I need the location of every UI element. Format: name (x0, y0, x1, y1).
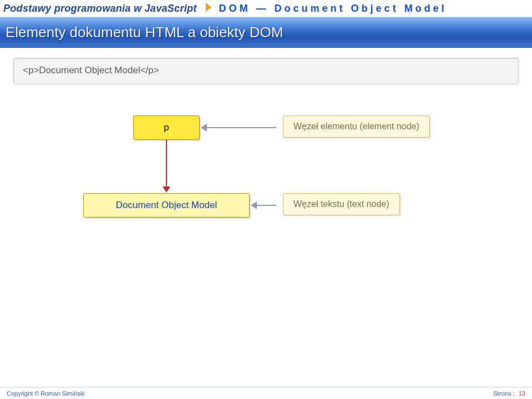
arrow-left-icon (251, 201, 257, 209)
connector-horizontal-2 (256, 205, 276, 206)
label-text-node: Węzeł tekstu (text node) (283, 193, 400, 215)
node-text-content: Document Object Model (83, 193, 250, 218)
banner: Elementy dokumentu HTML a obiekty DOM (0, 17, 532, 48)
svg-marker-0 (206, 3, 211, 12)
copyright-text: Copyright © Roman Simiński (7, 390, 85, 397)
arrow-left-icon (201, 124, 207, 132)
arrow-down-icon (163, 186, 170, 193)
top-line: Podstawy programowania w JavaScript DOM … (0, 0, 532, 17)
page-label: Strona : (493, 390, 515, 397)
slide-title: Elementy dokumentu HTML a obiekty DOM (6, 24, 283, 41)
slide-footer: Copyright © Roman Simiński Strona : 13 (0, 387, 532, 399)
course-title: Podstawy programowania w JavaScript (3, 3, 197, 14)
label-element-node: Węzeł elementu (element node) (283, 115, 430, 138)
page-number: 13 (519, 390, 525, 397)
code-snippet-box: <p>Document Object Model</p> (13, 58, 519, 84)
page-indicator: Strona : 13 (493, 390, 525, 397)
separator-arrow-icon (206, 3, 212, 14)
connector-vertical (166, 140, 167, 188)
connector-horizontal-1 (206, 127, 276, 128)
topic-title: DOM — Document Object Model (219, 3, 447, 14)
node-element-p: p (133, 115, 200, 140)
code-snippet-text: <p>Document Object Model</p> (23, 65, 509, 76)
slide-header: Podstawy programowania w JavaScript DOM … (0, 0, 532, 48)
dom-diagram: p Document Object Model Węzeł elementu (… (0, 93, 532, 260)
